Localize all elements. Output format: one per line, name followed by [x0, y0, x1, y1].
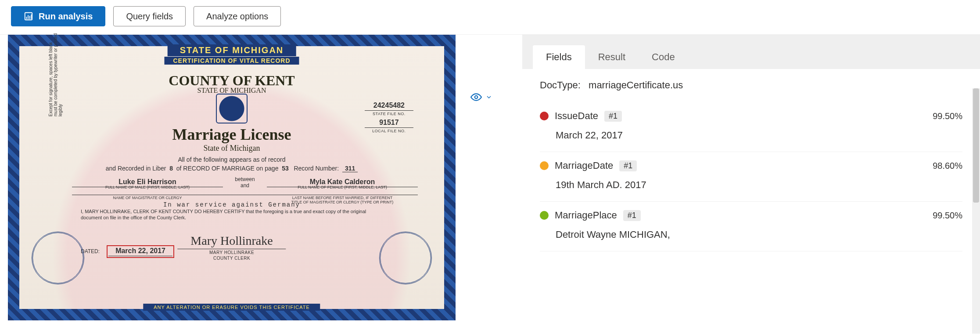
field-header: MarriagePlace #1 99.50% — [540, 210, 962, 221]
tab-result[interactable]: Result — [585, 45, 639, 69]
field-color-dot — [540, 211, 549, 220]
record-no: 311 — [342, 165, 358, 172]
field-color-dot — [540, 112, 549, 120]
chevron-down-icon — [485, 94, 492, 101]
cert-state-line: State of Michigan — [19, 144, 444, 153]
svg-point-1 — [475, 96, 478, 99]
query-fields-button[interactable]: Query fields — [113, 6, 186, 26]
document-image[interactable]: STATE OF MICHIGAN CERTIFICATION OF VITAL… — [8, 35, 456, 320]
dated-row: DATED: March 22, 2017 — [81, 247, 172, 256]
seal-left-icon — [32, 232, 84, 284]
field-name: MarriageDate — [555, 160, 613, 171]
cert-title: Marriage License — [19, 125, 444, 144]
doctype-row: DocType: marriageCertificate.us — [540, 80, 962, 91]
document-pane: STATE OF MICHIGAN CERTIFICATION OF VITAL… — [0, 35, 522, 334]
doctype-label: DocType: — [540, 80, 581, 91]
eye-icon — [470, 91, 482, 103]
signature-title: COUNTY CLERK — [177, 256, 286, 261]
field-card[interactable]: MarriagePlace #1 99.50% Detroit Wayne MI… — [540, 202, 962, 251]
field-confidence: 99.50% — [933, 211, 962, 221]
signature-area: Mary Hollinrake MARY HOLLINRAKE COUNTY C… — [177, 234, 286, 261]
results-scrollbar[interactable] — [972, 88, 980, 334]
tab-code[interactable]: Code — [639, 45, 688, 69]
results-body: DocType: marriageCertificate.us IssueDat… — [522, 69, 980, 334]
war-service-line: In war service against Germany — [19, 201, 444, 208]
field-card[interactable]: IssueDate #1 99.50% March 22, 2017 — [540, 102, 962, 152]
analysis-icon — [24, 11, 33, 21]
field-index-badge: #1 — [604, 111, 622, 122]
blank-underline — [72, 195, 418, 195]
signature-name: MARY HOLLINRAKE — [177, 250, 286, 255]
certify-text: I, MARY HOLLINRAKE, CLERK OF KENT COUNTY… — [81, 209, 383, 221]
field-confidence: 98.60% — [933, 161, 962, 171]
field-value: Detroit Wayne MICHIGAN, — [556, 229, 962, 240]
field-color-dot — [540, 161, 549, 170]
page-no: 53 — [282, 165, 289, 172]
cert-appears-line: All of the following appears as of recor… — [19, 156, 444, 163]
analyze-options-button[interactable]: Analyze options — [194, 6, 281, 26]
bottom-ribbon: ANY ALTERATION OR ERASURE VOIDS THIS CER… — [143, 304, 320, 311]
results-pane: Fields Result Code DocType: marriageCert… — [522, 35, 980, 334]
field-name: MarriagePlace — [555, 210, 617, 221]
analyze-options-label: Analyze options — [206, 11, 268, 22]
main-split: STATE OF MICHIGAN CERTIFICATION OF VITAL… — [0, 35, 980, 334]
liber-no: 8 — [169, 165, 173, 172]
cert-banner-sub: CERTIFICATION OF VITAL RECORD — [165, 57, 299, 65]
signature-script: Mary Hollinrake — [177, 234, 286, 249]
field-card[interactable]: MarriageDate #1 98.60% 19th March AD. 20… — [540, 152, 962, 202]
between-top: between — [223, 176, 267, 182]
fullname-labels: FULL NAME OF MALE (FIRST, MIDDLE, LAST) … — [72, 185, 418, 189]
male-lbl: FULL NAME OF MALE (FIRST, MIDDLE, LAST) — [72, 185, 223, 189]
liber-mid: of RECORD OF MARRIAGE on page — [176, 165, 279, 172]
visibility-toggle-button[interactable] — [466, 87, 497, 108]
scrollbar-thumb[interactable] — [973, 88, 979, 203]
record-prefix: Record Number: — [294, 165, 339, 172]
state-file-lbl: STATE FILE NO. — [365, 112, 413, 116]
rotated-instruction: Except for signature, spaces left blank … — [48, 33, 63, 116]
liber-prefix: and Recorded in Liber — [106, 165, 166, 172]
field-value: March 22, 2017 — [556, 130, 962, 141]
field-name: IssueDate — [555, 110, 598, 122]
field-header: MarriageDate #1 98.60% — [540, 160, 962, 171]
cert-liber-line: and Recorded in Liber 8 of RECORD OF MAR… — [19, 165, 444, 172]
female-lbl: FULL NAME OF FEMALE (FIRST, MIDDLE, LAST… — [267, 185, 418, 189]
state-file-no: 24245482 — [365, 102, 413, 111]
run-analysis-button[interactable]: Run analysis — [11, 6, 105, 26]
field-index-badge: #1 — [623, 210, 641, 221]
query-fields-label: Query fields — [126, 11, 173, 22]
field-index-badge: #1 — [619, 160, 637, 171]
seal-right-icon — [379, 232, 432, 284]
field-value: 19th March AD. 2017 — [556, 179, 962, 191]
run-analysis-label: Run analysis — [39, 11, 93, 22]
command-bar: Run analysis Query fields Analyze option… — [0, 0, 980, 35]
field-header: IssueDate #1 99.50% — [540, 110, 962, 122]
cert-banner-state: STATE OF MICHIGAN — [168, 44, 296, 56]
state-emblem-icon — [216, 94, 248, 123]
doctype-value: marriageCertificate.us — [589, 80, 683, 91]
result-tabs: Fields Result Code — [522, 35, 980, 69]
field-confidence: 99.50% — [933, 111, 962, 121]
tab-fields[interactable]: Fields — [533, 45, 585, 69]
dated-value: March 22, 2017 — [108, 247, 172, 256]
